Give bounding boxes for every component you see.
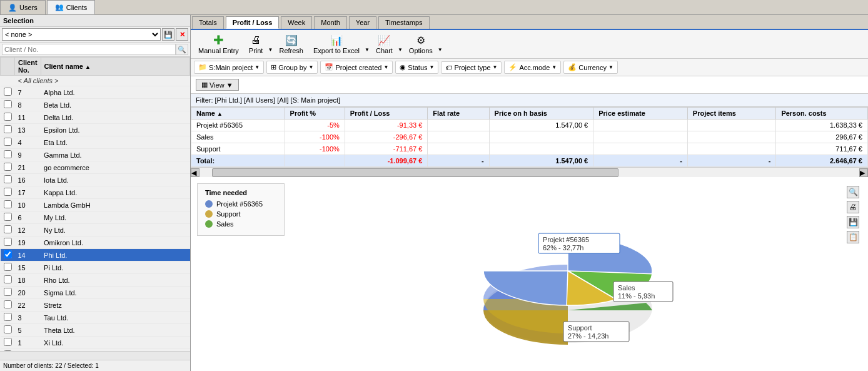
col-header-5[interactable]: Price estimate: [593, 108, 688, 119]
list-item[interactable]: 14Phi Ltd.: [1, 249, 190, 262]
right-tab-month[interactable]: Month: [314, 16, 347, 29]
list-item[interactable]: 17Kappa Ltd.: [1, 186, 190, 199]
tab-clients[interactable]: 👥 Clients: [47, 0, 96, 14]
col-client-name[interactable]: Client name ▲: [41, 58, 189, 76]
copy-chart-button[interactable]: 📋: [847, 231, 859, 243]
save-chart-button[interactable]: 💾: [847, 216, 859, 228]
col-header-6[interactable]: Project items: [687, 108, 776, 119]
client-checkbox[interactable]: [4, 263, 12, 271]
client-checkbox[interactable]: [4, 113, 12, 121]
right-tab-timestamps[interactable]: Timestamps: [378, 16, 430, 29]
chart-arrow-button[interactable]: ▼: [397, 33, 403, 56]
scroll-right-btn[interactable]: ▶: [859, 168, 868, 177]
toolbar2-btn-project-type[interactable]: 🏷Project type▼: [441, 61, 502, 74]
client-checkbox[interactable]: [4, 188, 12, 196]
client-checkbox[interactable]: [4, 225, 12, 233]
list-item[interactable]: 7Alpha Ltd.: [1, 86, 190, 99]
client-checkbox[interactable]: [4, 275, 12, 283]
chart-button[interactable]: 📈 Chart: [371, 32, 397, 56]
client-dropdown[interactable]: < none >: [2, 28, 161, 41]
col-header-3[interactable]: Flat rate: [428, 108, 489, 119]
client-checkbox[interactable]: [4, 100, 12, 108]
list-item[interactable]: 18Rho Ltd.: [1, 274, 190, 287]
client-checkbox[interactable]: [4, 250, 12, 258]
client-checkbox[interactable]: [4, 288, 12, 296]
list-item[interactable]: 9Gamma Ltd.: [1, 149, 190, 161]
print-chart-button[interactable]: 🖨: [847, 201, 859, 213]
save-selection-button[interactable]: 💾: [162, 28, 174, 41]
zoom-in-button[interactable]: 🔍: [847, 186, 859, 198]
tooltip-support: Support 27% - 14,23h: [563, 322, 629, 342]
list-item[interactable]: 19Omikron Ltd.: [1, 236, 190, 249]
toolbar2-btn-acc-mode[interactable]: ⚡Acc.mode▼: [504, 61, 561, 74]
client-checkbox[interactable]: [4, 213, 12, 221]
toolbar2-btn-status[interactable]: ◉Status▼: [395, 61, 438, 74]
options-arrow-button[interactable]: ▼: [437, 33, 443, 56]
list-item[interactable]: 1Xi Ltd.: [1, 337, 190, 349]
export-excel-button[interactable]: 📊 Export to Excel: [309, 32, 364, 56]
list-item[interactable]: 12Ny Ltd.: [1, 224, 190, 236]
toolbar2-btn-currency[interactable]: 💰Currency▼: [563, 61, 618, 74]
toolbar2-btn-group-by[interactable]: ⊞Group by▼: [266, 61, 318, 74]
h-scroll-area[interactable]: ◀ ▶: [191, 167, 868, 177]
col-header-0[interactable]: Name ▲: [191, 108, 285, 119]
options-button[interactable]: ⚙ Options: [405, 32, 437, 56]
list-item[interactable]: 16Iota Ltd.: [1, 174, 190, 186]
h-scrollbar-thumb[interactable]: [212, 168, 618, 177]
top-tab-bar: 👤 Users 👥 Clients: [0, 0, 868, 15]
scroll-left-btn[interactable]: ◀: [191, 168, 199, 177]
col-header-4[interactable]: Price on h basis: [489, 108, 593, 119]
col-header-1[interactable]: Profit %: [285, 108, 345, 119]
list-item[interactable]: 20Sigma Ltd.: [1, 287, 190, 299]
all-clients-row[interactable]: < All clients >: [1, 76, 190, 86]
client-checkbox[interactable]: [4, 200, 12, 208]
print-icon: 🖨: [249, 34, 263, 46]
list-item[interactable]: 15Pi Ltd.: [1, 262, 190, 274]
tooltip-projekt: Projekt #56365 62% - 32,77h: [538, 233, 620, 253]
list-item[interactable]: 3Tau Ltd.: [1, 312, 190, 324]
clear-selection-button[interactable]: ✕: [176, 28, 188, 41]
client-checkbox[interactable]: [4, 88, 12, 96]
list-item[interactable]: 11Delta Ltd.: [1, 111, 190, 124]
client-checkbox[interactable]: [4, 338, 12, 346]
client-checkbox[interactable]: [4, 300, 12, 308]
list-item[interactable]: 8Beta Ltd.: [1, 99, 190, 111]
client-checkbox[interactable]: [4, 325, 12, 333]
list-item[interactable]: 4Eta Ltd.: [1, 136, 190, 149]
print-button[interactable]: 🖨 Print: [245, 32, 268, 56]
right-tab-profit---loss[interactable]: Profit / Loss: [226, 16, 280, 29]
client-checkbox[interactable]: [4, 175, 12, 183]
col-header-7[interactable]: Person. costs: [776, 108, 868, 119]
toolbar2-btn-project-created[interactable]: 📅Project created▼: [320, 61, 393, 74]
client-checkbox[interactable]: [4, 238, 12, 246]
list-item[interactable]: 21go ecommerce: [1, 161, 190, 174]
search-button[interactable]: 🔍: [176, 44, 188, 55]
client-checkbox[interactable]: [4, 150, 12, 158]
search-input[interactable]: [2, 44, 176, 55]
right-tab-week[interactable]: Week: [281, 16, 312, 29]
right-tab-bar: TotalsProfit / LossWeekMonthYearTimestam…: [191, 15, 868, 30]
left-hscrollbar[interactable]: [0, 351, 190, 360]
print-arrow-button[interactable]: ▼: [267, 33, 273, 56]
legend-item: Support: [205, 210, 276, 218]
list-item[interactable]: 10Lambda GmbH: [1, 199, 190, 211]
client-checkbox[interactable]: [4, 313, 12, 321]
refresh-button[interactable]: 🔄 Refresh: [275, 32, 308, 56]
col-header-2[interactable]: Profit / Loss: [345, 108, 427, 119]
view-button[interactable]: ▦ View ▼: [196, 79, 239, 91]
list-item[interactable]: 5Theta Ltd.: [1, 324, 190, 337]
client-checkbox[interactable]: [4, 138, 12, 146]
manual-entry-button[interactable]: ✚ Manual Entry: [194, 32, 243, 56]
list-item[interactable]: 22Stretz: [1, 299, 190, 312]
right-tab-totals[interactable]: Totals: [192, 16, 224, 29]
client-checkbox[interactable]: [4, 163, 12, 171]
right-tab-year[interactable]: Year: [349, 16, 376, 29]
list-item[interactable]: 6My Ltd.: [1, 211, 190, 224]
list-item[interactable]: 13Epsilon Ltd.: [1, 124, 190, 136]
client-checkbox[interactable]: [4, 125, 12, 133]
tab-users[interactable]: 👤 Users: [0, 0, 46, 14]
view-arrow-icon: ▼: [226, 81, 233, 89]
export-arrow-button[interactable]: ▼: [364, 33, 370, 56]
col-client-no[interactable]: Client No.: [15, 58, 41, 76]
toolbar2-btn-s-main-project[interactable]: 📁S:Main project▼: [194, 61, 264, 74]
